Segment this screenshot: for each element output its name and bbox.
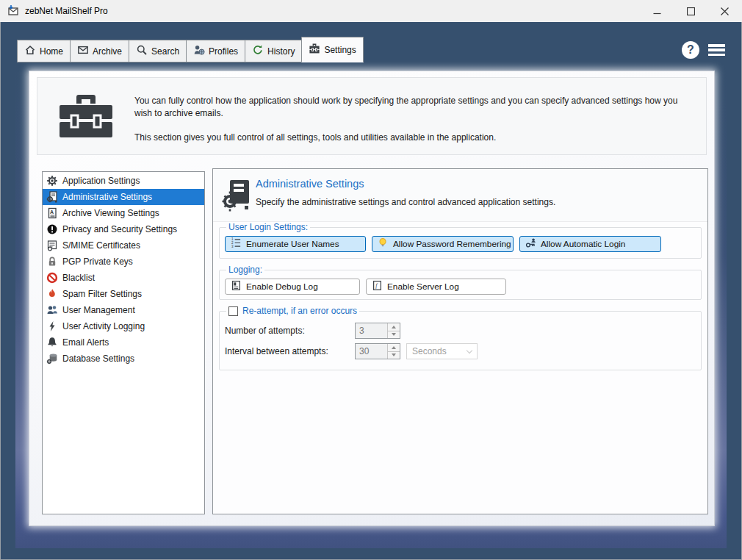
sidebar-item-label: User Activity Logging xyxy=(62,321,145,331)
minimize-icon xyxy=(653,7,661,15)
number-of-attempts-spinner[interactable]: 3 xyxy=(355,323,400,339)
reattempt-legend: Re-attempt, if an error occurs xyxy=(226,306,359,316)
enable-debug-log-button[interactable]: Enable Debug Log xyxy=(225,279,360,295)
tab-label: Archive xyxy=(93,46,122,57)
tab-archive[interactable]: Archive xyxy=(70,40,129,62)
menu-button[interactable] xyxy=(708,44,725,56)
intro-text: You can fully control how the applicatio… xyxy=(134,95,696,155)
sidebar-item-administrative-settings[interactable]: Administrative Settings xyxy=(43,189,204,205)
sidebar-item-smime-certificates[interactable]: S/MIME Certificates xyxy=(43,237,204,254)
tab-profiles[interactable]: Profiles xyxy=(186,40,245,62)
gear-document-icon-large xyxy=(221,179,251,215)
maximize-button[interactable] xyxy=(674,1,707,22)
envelope-icon xyxy=(77,44,89,58)
spinner-down-button[interactable] xyxy=(388,331,400,339)
down-arrow-icon xyxy=(392,353,396,356)
application-window: zebNet MailShelf Pro Home xyxy=(0,0,742,560)
tab-search[interactable]: Search xyxy=(129,40,187,62)
help-button[interactable]: ? xyxy=(682,41,699,59)
sidebar-item-label: Administrative Settings xyxy=(62,192,152,202)
debug-log-icon xyxy=(231,280,242,293)
gear-document-icon xyxy=(46,191,58,203)
minimize-button[interactable] xyxy=(640,1,674,22)
magnifier-icon xyxy=(136,44,148,58)
spinner-up-button[interactable] xyxy=(388,323,400,331)
intro-paragraph-2: This section gives you full control of a… xyxy=(134,132,696,144)
sidebar-item-label: Application Settings xyxy=(62,176,140,186)
sidebar-item-archive-viewing-settings[interactable]: A Archive Viewing Settings xyxy=(43,205,204,221)
exclamation-circle-icon xyxy=(46,223,58,235)
key-user-icon xyxy=(525,237,536,251)
question-mark-icon: ? xyxy=(687,43,694,57)
reattempt-group: Re-attempt, if an error occurs Number of… xyxy=(219,306,702,370)
interval-between-attempts-row: Interval between attempts: 30 Seconds xyxy=(225,343,696,359)
spinner-value: 30 xyxy=(356,344,387,359)
sidebar-item-email-alerts[interactable]: Email Alerts xyxy=(43,334,204,351)
sidebar-item-application-settings[interactable]: Application Settings xyxy=(43,173,204,189)
app-icon xyxy=(7,4,19,18)
toggle-button-label: Enable Debug Log xyxy=(246,281,318,292)
sidebar-item-label: User Management xyxy=(62,305,135,315)
allow-password-remembering-button[interactable]: Allow Password Remembering xyxy=(372,236,514,252)
lightbulb-icon xyxy=(378,237,389,251)
detail-title: Administrative Settings xyxy=(256,178,364,190)
sidebar-item-user-activity-logging[interactable]: User Activity Logging xyxy=(43,318,204,334)
maximize-icon xyxy=(687,7,695,15)
chevron-down-icon xyxy=(467,347,472,353)
database-gear-icon xyxy=(46,353,58,365)
sidebar-item-blacklist[interactable]: Blacklist xyxy=(43,270,204,286)
svg-text:A: A xyxy=(50,209,54,215)
numbered-list-icon: 123 xyxy=(231,237,242,251)
tab-settings[interactable]: Settings xyxy=(301,37,363,62)
tab-label: Profiles xyxy=(209,46,238,57)
toggle-button-label: Enable Server Log xyxy=(387,281,459,292)
settings-category-list: Application Settings Administrative Sett… xyxy=(42,171,205,514)
intro-box: You can fully control how the applicatio… xyxy=(37,77,707,155)
svg-text:3: 3 xyxy=(231,245,234,248)
interval-unit-dropdown[interactable]: Seconds xyxy=(406,343,478,359)
tab-home[interactable]: Home xyxy=(17,40,71,62)
enumerate-user-names-button[interactable]: 123 Enumerate User Names xyxy=(225,236,366,252)
tab-label: Home xyxy=(40,46,63,57)
sidebar-item-label: Email Alerts xyxy=(62,337,109,348)
hamburger-icon xyxy=(708,44,725,47)
document-a-icon: A xyxy=(46,207,58,219)
logging-legend: Logging: xyxy=(226,265,264,275)
gear-icon xyxy=(46,175,58,187)
sidebar-item-database-settings[interactable]: Database Settings xyxy=(43,351,204,367)
padlock-icon xyxy=(46,256,58,268)
server-log-icon: f xyxy=(372,280,383,293)
up-arrow-icon xyxy=(392,346,396,349)
flame-icon xyxy=(46,288,58,300)
sidebar-item-privacy-and-security-settings[interactable]: Privacy and Security Settings xyxy=(43,221,204,237)
tab-bar: Home Archive Search xyxy=(17,37,363,62)
logging-group: Logging: Enable Debug Log xyxy=(219,265,702,300)
sidebar-item-spam-filter-settings[interactable]: Spam Filter Settings xyxy=(43,286,204,302)
window-controls xyxy=(640,1,741,22)
tab-label: History xyxy=(267,46,295,57)
toolbox-icon xyxy=(309,43,320,57)
close-button[interactable] xyxy=(707,1,741,22)
lightning-icon xyxy=(46,320,58,332)
close-icon xyxy=(721,7,729,15)
toggle-button-label: Allow Password Remembering xyxy=(393,239,511,249)
reattempt-checkbox[interactable] xyxy=(228,306,238,316)
allow-automatic-login-button[interactable]: Allow Automatic Login xyxy=(519,236,661,252)
spinner-up-button[interactable] xyxy=(388,344,400,351)
history-icon xyxy=(252,44,264,58)
enable-server-log-button[interactable]: f Enable Server Log xyxy=(366,279,506,295)
sidebar-item-user-management[interactable]: User Management xyxy=(43,302,204,318)
reattempt-label: Re-attempt, if an error occurs xyxy=(242,306,357,316)
tab-history[interactable]: History xyxy=(245,40,302,62)
interval-between-attempts-spinner[interactable]: 30 xyxy=(355,343,400,359)
users-icon xyxy=(46,304,58,316)
sidebar-item-label: Blacklist xyxy=(62,273,95,283)
toggle-button-label: Enumerate User Names xyxy=(246,239,339,249)
window-title: zebNet MailShelf Pro xyxy=(25,6,108,16)
sidebar-item-label: Archive Viewing Settings xyxy=(62,208,159,218)
user-login-settings-group: User Login Settings: 123 Enumerate User … xyxy=(219,222,702,259)
sidebar-item-label: Database Settings xyxy=(62,353,134,364)
spinner-down-button[interactable] xyxy=(388,351,400,359)
window-background: Home Archive Search xyxy=(1,22,741,559)
sidebar-item-pgp-private-keys[interactable]: PGP Private Keys xyxy=(43,254,204,270)
